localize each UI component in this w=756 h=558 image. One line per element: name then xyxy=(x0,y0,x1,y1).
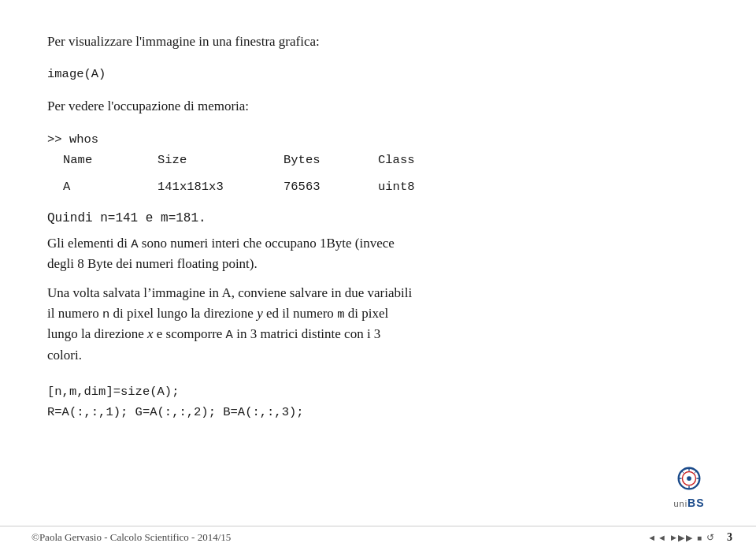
para2-y: y xyxy=(257,306,263,321)
final-code-block: [n,m,dim]=size(A); R=A(:,:,1); G=A(:,:,2… xyxy=(47,381,709,423)
logo-bs-text: BS xyxy=(687,497,704,509)
para2-line3-post: in 3 matrici distinte con i 3 xyxy=(233,326,380,341)
nav-controls: ◄ ◄ ▶ ▶ ▶ ■ ↺ 3 xyxy=(647,531,732,544)
code-line1: [n,m,dim]=size(A); xyxy=(47,381,709,402)
page-number: 3 xyxy=(727,531,732,544)
footer-author: Paola Gervasio xyxy=(39,531,102,543)
para2-line3-mid: e scomporre xyxy=(154,326,226,341)
whos-command-line: >> whos xyxy=(47,129,709,150)
para2-line2-mid: di pixel lungo la direzione xyxy=(109,306,257,321)
whos-command-text: >> whos xyxy=(47,132,98,147)
footer-course: Calcolo Scientifico xyxy=(110,531,189,543)
para2-A2: A xyxy=(226,328,233,342)
whos-cell-class: uint8 xyxy=(378,177,472,197)
whos-col-name-header: Name xyxy=(63,150,158,170)
footer-divider xyxy=(0,526,756,526)
para1-text2: sono numeri interi che occupano 1Byte (i… xyxy=(139,236,395,251)
quindi-text: Quindi n=141 e m=181. xyxy=(47,211,206,225)
image-command: image(A) xyxy=(47,65,709,84)
para2-x: x xyxy=(147,326,154,341)
nav-arrow-next-small2[interactable]: ▶ xyxy=(678,533,684,543)
whos-col-size-header: Size xyxy=(158,150,284,170)
quindi-section: Quindi n=141 e m=181. xyxy=(47,210,709,225)
whos-data-row: A 141x181x3 76563 uint8 xyxy=(63,177,709,197)
footer-sep1: - xyxy=(102,531,110,543)
para2-line1: Una volta salvata l’immagine in A, convi… xyxy=(47,285,412,300)
intro-text-2: Per vedere l'occupazione di memoria: xyxy=(47,99,249,113)
paragraph1: Gli elementi di A sono numeri interi che… xyxy=(47,233,709,275)
nav-stop[interactable]: ■ xyxy=(697,534,702,542)
paragraph2: Una volta salvata l’immagine in A, convi… xyxy=(47,283,709,366)
whos-spacer xyxy=(63,170,709,177)
logo-text-group: uni BS xyxy=(673,495,704,509)
nav-arrow-next-small1[interactable]: ▶ xyxy=(671,534,676,541)
nav-arrow-first[interactable]: ◄ xyxy=(647,533,656,542)
whos-block: >> whos Name Size Bytes Class A 141x181x… xyxy=(47,129,709,198)
footer-copyright: ©Paola Gervasio - Calcolo Scientifico - … xyxy=(32,531,231,544)
footer: ©Paola Gervasio - Calcolo Scientifico - … xyxy=(0,531,756,544)
whos-cell-size: 141x181x3 xyxy=(158,177,284,197)
whos-col-bytes-header: Bytes xyxy=(284,150,378,170)
para2-line2-post: ed il numero xyxy=(263,306,337,321)
content-area: Per visualizzare l'immagine in una fines… xyxy=(47,32,709,423)
code-line2-text: R=A(:,:,1); G=A(:,:,2); B=A(:,:,3); xyxy=(47,405,304,419)
copyright-symbol: © xyxy=(32,531,39,543)
code-line1-text: [n,m,dim]=size(A); xyxy=(47,385,179,399)
whos-cell-bytes: 76563 xyxy=(284,177,378,197)
nav-refresh[interactable]: ↺ xyxy=(706,532,714,544)
para1-line2: degli 8 Byte dei numeri floating point). xyxy=(47,256,258,271)
para2-line4: colori. xyxy=(47,348,82,363)
intro-line1: Per visualizzare l'immagine in una fines… xyxy=(47,32,709,52)
para2-line3-pre: lungo la direzione xyxy=(47,326,147,341)
para2-line2-pre: il numero xyxy=(47,306,102,321)
para1-A: A xyxy=(131,237,138,251)
university-logo: uni BS xyxy=(662,463,717,511)
logo-uni-text: uni xyxy=(673,499,687,508)
para2-n: n xyxy=(102,307,109,322)
footer-year: - 2014/15 xyxy=(189,531,231,543)
svg-point-2 xyxy=(687,476,691,481)
whos-col-class-header: Class xyxy=(378,150,472,170)
intro-line2: Per vedere l'occupazione di memoria: xyxy=(47,96,709,117)
whos-header-row: Name Size Bytes Class xyxy=(63,150,709,170)
para2-line2-end: di pixel xyxy=(344,306,388,321)
nav-arrow-prev[interactable]: ◄ xyxy=(658,533,666,542)
image-command-text: image(A) xyxy=(47,67,106,81)
whos-table: Name Size Bytes Class A 141x181x3 76563 … xyxy=(47,150,709,198)
para1-text1: Gli elementi di xyxy=(47,236,131,251)
code-line2: R=A(:,:,1); G=A(:,:,2); B=A(:,:,3); xyxy=(47,402,709,422)
whos-cell-name: A xyxy=(63,177,158,197)
logo-svg xyxy=(674,465,704,495)
slide-container: Per visualizzare l'immagine in una fines… xyxy=(0,0,756,558)
nav-arrow-last[interactable]: ▶ xyxy=(686,533,692,543)
intro-text-1: Per visualizzare l'immagine in una fines… xyxy=(47,34,320,49)
